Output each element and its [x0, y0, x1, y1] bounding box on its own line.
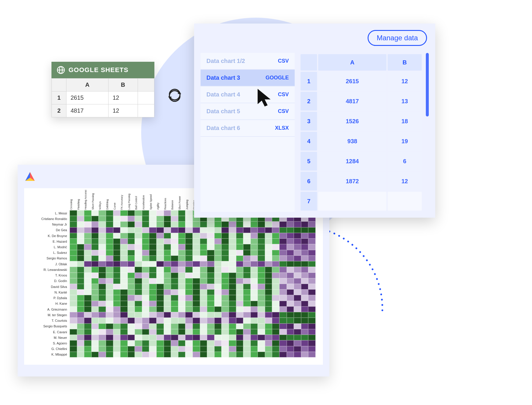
heatmap-cell: [70, 261, 77, 267]
data-table-scrollbar[interactable]: [426, 53, 429, 212]
gsheets-cell[interactable]: 12: [108, 104, 138, 117]
heatmap-cell: [106, 221, 113, 227]
chart-source-item[interactable]: Data chart 6XLSX: [201, 120, 295, 137]
heatmap-cell: [308, 324, 316, 329]
data-table-cell[interactable]: 6: [388, 152, 422, 171]
chart-source-item[interactable]: Data chart 4CSV: [201, 86, 295, 103]
heatmap-cell: [308, 278, 316, 284]
heatmap-cell: [193, 239, 200, 244]
heatmap-cell: [77, 216, 84, 221]
gsheets-cell[interactable]: 2615: [66, 91, 109, 104]
heatmap-cell: [243, 340, 251, 346]
heatmap-cell: [106, 312, 113, 318]
heatmap-cell: [77, 284, 84, 289]
heatmap-cell: [200, 352, 207, 357]
heatmap-cell: [301, 244, 308, 250]
heatmap-cell: [164, 352, 171, 357]
heatmap-cell: [113, 318, 121, 323]
data-table-cell[interactable]: 938: [318, 132, 386, 151]
heatmap-cell: [149, 329, 156, 335]
heatmap-cell: [214, 340, 222, 346]
heatmap-cell: [149, 273, 156, 278]
heatmap-cell: [258, 329, 265, 335]
heatmap-cell: [265, 221, 272, 227]
heatmap-cell: [164, 324, 171, 329]
heatmap-cell: [193, 346, 200, 352]
gsheets-cell[interactable]: [138, 91, 154, 104]
heatmap-col-label: Agility: [156, 190, 164, 210]
heatmap-cell: [207, 267, 214, 272]
data-table-cell[interactable]: [318, 192, 386, 211]
heatmap-cell: [251, 261, 258, 267]
heatmap-cell: [221, 306, 229, 312]
heatmap-cell: [113, 221, 121, 227]
heatmap-cell: [120, 306, 128, 312]
scrollbar-thumb[interactable]: [426, 53, 429, 116]
heatmap-cell: [258, 278, 265, 284]
heatmap-cell: [294, 250, 301, 256]
heatmap-cell: [128, 306, 135, 312]
heatmap-cell: [135, 256, 142, 261]
heatmap-cell: [171, 301, 178, 306]
data-table-cell[interactable]: 19: [388, 132, 422, 151]
heatmap-cell: [236, 256, 244, 261]
heatmap-cell: [77, 352, 84, 357]
heatmap-cell: [287, 312, 294, 318]
heatmap-cell: [243, 335, 251, 340]
heatmap-cell: [99, 346, 106, 352]
heatmap-cell: [229, 221, 236, 227]
heatmap-cell: [171, 244, 178, 250]
data-table-cell[interactable]: 2615: [318, 72, 386, 91]
chart-source-item[interactable]: Data chart 1/2CSV: [201, 53, 295, 70]
heatmap-cell: [308, 318, 316, 323]
heatmap-cell: [164, 227, 171, 233]
data-table-cell[interactable]: 1284: [318, 152, 386, 171]
heatmap-cell: [113, 256, 121, 261]
heatmap-cell: [258, 267, 265, 272]
heatmap-cell: [193, 273, 200, 278]
heatmap-cell: [106, 244, 113, 250]
heatmap-cell: [135, 295, 142, 301]
heatmap-cell: [70, 335, 77, 340]
gsheets-cell[interactable]: 4817: [66, 104, 109, 117]
heatmap-cell: [294, 295, 301, 301]
heatmap-cell: [106, 250, 113, 256]
data-table-cell[interactable]: 12: [388, 72, 422, 91]
data-table-col-a: A: [318, 54, 386, 71]
heatmap-cell: [128, 233, 135, 239]
gsheets-cell[interactable]: [138, 104, 154, 117]
data-table-cell[interactable]: 1526: [318, 112, 386, 131]
data-table-cell[interactable]: 4817: [318, 92, 386, 111]
chart-source-item[interactable]: Data chart 3GOOGLE: [201, 70, 295, 86]
heatmap-cell: [164, 233, 171, 239]
heatmap-cell: [91, 318, 99, 323]
gsheets-cell[interactable]: 12: [108, 91, 138, 104]
heatmap-cell: [221, 329, 229, 335]
data-table-cell[interactable]: [388, 192, 422, 211]
heatmap-cell: [301, 221, 308, 227]
data-table-cell[interactable]: 18: [388, 112, 422, 131]
heatmap-cell: [200, 221, 207, 227]
manage-data-button[interactable]: Manage data: [368, 30, 427, 46]
heatmap-cell: [156, 301, 164, 306]
heatmap-cell: [287, 261, 294, 267]
heatmap-cell: [149, 233, 156, 239]
heatmap-cell: [156, 261, 164, 267]
heatmap-cell: [308, 352, 316, 357]
heatmap-cell: [164, 256, 171, 261]
heatmap-cell: [251, 273, 258, 278]
data-table-cell[interactable]: 12: [388, 172, 422, 191]
heatmap-col-label: Crossing: [70, 190, 77, 210]
heatmap-cell: [272, 324, 279, 329]
chart-source-item[interactable]: Data chart 5CSV: [201, 103, 295, 120]
heatmap-cell: [258, 306, 265, 312]
heatmap-row-label: M. ter Stegen: [28, 312, 69, 318]
heatmap-cell: [243, 273, 251, 278]
heatmap-cell: [200, 267, 207, 272]
heatmap-cell: [243, 306, 251, 312]
heatmap-cell: [178, 244, 186, 250]
heatmap-cell: [279, 256, 287, 261]
data-table-cell[interactable]: 13: [388, 92, 422, 111]
heatmap-cell: [84, 306, 91, 312]
data-table-cell[interactable]: 1872: [318, 172, 386, 191]
